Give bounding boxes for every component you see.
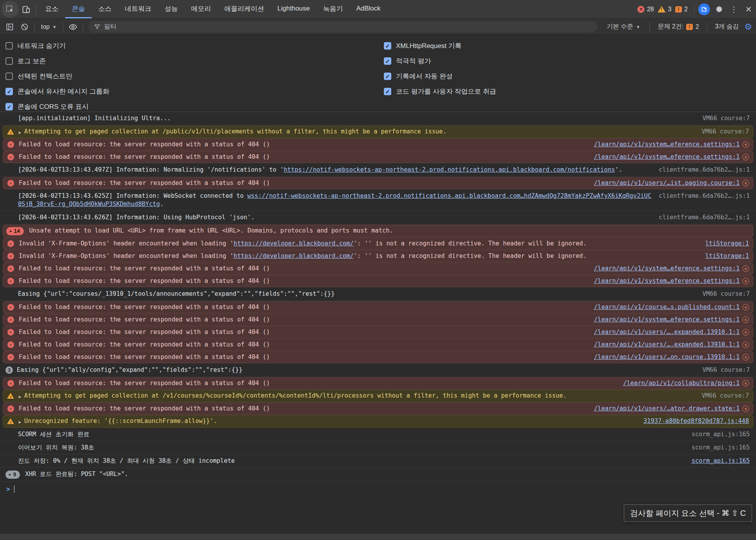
console-message: ▶Attempting to get paged collection at /…: [3, 390, 753, 402]
message-fragment: Easing {"url":"ally/config","expand":"",…: [17, 366, 243, 373]
tab-네트워크[interactable]: 네트워크: [118, 0, 158, 18]
tab-녹음기[interactable]: 녹음기: [316, 0, 350, 18]
console-error-count[interactable]: ✕ 28: [637, 6, 654, 13]
ai-assistance-button[interactable]: [697, 3, 712, 16]
source-location-link[interactable]: scorm_api.js:165: [692, 457, 750, 465]
disclosure-triangle-icon[interactable]: ▶: [19, 394, 21, 399]
message-fragment: Failed to load resource: the server resp…: [19, 380, 270, 387]
panel-tabs: 요소콘솔소스네트워크성능메모리애플리케이션Lighthouse녹음기AdBloc…: [39, 0, 387, 18]
error-icon: ✕: [7, 354, 14, 361]
console-prompt[interactable]: >: [0, 481, 756, 497]
disclosure-triangle-icon[interactable]: ▶: [19, 130, 21, 135]
source-location-link[interactable]: 31937-a80bfed8f820d787.js:448: [643, 417, 749, 425]
group-count-badge[interactable]: ▶14: [6, 227, 24, 235]
message-source: scorm_api.js:165: [692, 430, 750, 439]
checkbox-unchecked-icon[interactable]: [5, 42, 13, 50]
source-location-link[interactable]: /learn/api/v1/system…eference.settings:1: [594, 277, 740, 285]
settings-checkbox-로그 보존[interactable]: 로그 보존: [5, 53, 109, 69]
live-expression-button[interactable]: [66, 20, 80, 34]
group-count-badge[interactable]: ▶9: [5, 471, 20, 479]
source-location-link[interactable]: /learn/api/v1/system…eference.settings:1: [594, 140, 740, 149]
source-location-link[interactable]: /learn/api/v1/users/….expanded.13910.1:1: [594, 341, 740, 349]
tab-콘솔[interactable]: 콘솔: [65, 0, 92, 18]
toolbar-separator: [34, 22, 35, 32]
checkbox-unchecked-icon[interactable]: [5, 73, 13, 80]
console-message: ✕Failed to load resource: the server res…: [3, 377, 753, 389]
more-options-button[interactable]: ⋮: [726, 3, 741, 16]
disclosure-triangle-icon[interactable]: ▶: [19, 420, 21, 424]
tab-메모리[interactable]: 메모리: [185, 0, 218, 18]
source-location-link[interactable]: /learn/api/v1/users/….expanded.13910.1:1: [594, 328, 740, 336]
error-icon: ✕: [7, 278, 14, 284]
checkbox-unchecked-icon[interactable]: [5, 57, 13, 65]
tab-Lighthouse[interactable]: Lighthouse: [271, 0, 316, 18]
devtools-tabbar: 요소콘솔소스네트워크성능메모리애플리케이션Lighthouse녹음기AdBloc…: [0, 0, 756, 19]
device-toolbar-icon: [22, 5, 30, 14]
console-message: 이어보기 위치 복원: 38초scorm_api.js:165: [0, 441, 756, 455]
checkbox-checked-icon[interactable]: ✓: [5, 88, 13, 95]
source-location-link[interactable]: ltiStorage:1: [705, 252, 749, 260]
settings-checkbox-콘솔에서 유사한 메시지 그룹화[interactable]: ✓콘솔에서 유사한 메시지 그룹화: [5, 84, 109, 99]
source-location-link[interactable]: /learn/api/v1/collabultra/ping:1: [623, 379, 740, 387]
checkbox-checked-icon[interactable]: ✓: [384, 73, 391, 80]
filter-input[interactable]: 필터: [89, 21, 597, 33]
message-icon-column: ✕: [6, 252, 15, 259]
tab-성능[interactable]: 성능: [158, 0, 185, 18]
source-location-link[interactable]: /learn/api/v1/course…s.published.count:1: [594, 303, 740, 311]
checkbox-checked-icon[interactable]: ✓: [384, 88, 391, 95]
tab-소스[interactable]: 소스: [92, 0, 118, 18]
xhr-request-icon: ⇅: [742, 278, 749, 284]
console-warning-count[interactable]: 3: [658, 6, 671, 13]
source-location-link[interactable]: ltiStorage:1: [705, 240, 749, 248]
message-source: ltiStorage:1: [705, 252, 749, 260]
source-location-link[interactable]: /learn/api/v1/system…eference.settings:1: [594, 153, 740, 161]
xhr-request-icon: ⇅: [742, 316, 749, 323]
message-source: /learn/api/v1/system…eference.settings:1…: [594, 153, 749, 161]
tab-AdBlock[interactable]: AdBlock: [350, 0, 387, 18]
settings-checkbox-콘솔에 CORS 오류 표시[interactable]: ✓콘솔에 CORS 오류 표시: [5, 99, 109, 114]
console-sidebar-button[interactable]: [2, 20, 17, 34]
inspect-element-button[interactable]: [2, 1, 19, 18]
settings-checkbox-적극적 평가[interactable]: ✓적극적 평가: [384, 53, 496, 69]
source-location-link[interactable]: /learn/api/v1/system…eference.settings:1: [594, 265, 740, 273]
checkbox-checked-icon[interactable]: ✓: [384, 57, 391, 65]
settings-checkbox-XMLHttpRequest 기록[interactable]: ✓XMLHttpRequest 기록: [384, 38, 496, 53]
close-devtools-button[interactable]: ✕: [741, 3, 756, 16]
message-icon-column: [6, 417, 15, 424]
message-source: VM66 course:7: [702, 392, 749, 400]
tab-애플리케이션[interactable]: 애플리케이션: [218, 0, 271, 18]
clear-console-button[interactable]: [17, 20, 32, 34]
message-link[interactable]: https://notif-websockets-ap-northeast-2.…: [284, 166, 615, 173]
log-level-selector[interactable]: 기본 수준 ▼: [603, 23, 644, 31]
device-toolbar-button[interactable]: [19, 3, 34, 16]
source-location-link[interactable]: /learn/api/v1/users/…ist.paging.course:1: [594, 179, 740, 187]
issues-link[interactable]: 문제 2건: ! 2: [655, 23, 701, 31]
settings-checkbox-기록에서 자동 완성[interactable]: ✓기록에서 자동 완성: [384, 69, 496, 84]
message-text: Unsafe attempt to load URL <URL> from fr…: [29, 227, 749, 235]
source-location-link[interactable]: /learn/api/v1/users/…ator.drawer.state:1: [594, 405, 740, 413]
settings-checkbox-선택된 컨텍스트만[interactable]: 선택된 컨텍스트만: [5, 69, 109, 84]
issues-value: 2: [696, 23, 699, 30]
message-icon-column: [6, 392, 15, 399]
tab-요소[interactable]: 요소: [39, 0, 65, 18]
console-settings-button[interactable]: ⚙: [744, 22, 752, 32]
issues-count[interactable]: ! 2: [675, 6, 688, 13]
checkbox-checked-icon[interactable]: ✓: [5, 103, 13, 110]
message-text: [2026-04-02T13:13:43.625Z] Information: …: [18, 192, 652, 208]
xhr-request-icon: ⇅: [742, 405, 749, 412]
message-fragment: [2026-04-02T13:13:43.497Z] Information: …: [18, 166, 284, 173]
context-selector[interactable]: top ▼: [37, 23, 60, 30]
settings-checkbox-네트워크 숨기기[interactable]: 네트워크 숨기기: [5, 38, 109, 53]
funnel-icon: [94, 24, 100, 30]
message-fragment: Failed to load resource: the server resp…: [19, 153, 270, 160]
settings-button[interactable]: [712, 3, 726, 16]
message-link[interactable]: https://developer.blackboard.com/: [234, 252, 354, 259]
source-location-link[interactable]: /learn/api/v1/system…eference.settings:1: [594, 316, 740, 324]
message-link[interactable]: https://developer.blackboard.com/: [234, 240, 354, 247]
source-location-link[interactable]: /learn/api/v1/users/…on.course.13910.1:1: [594, 353, 740, 361]
group-count-value: 14: [14, 227, 20, 235]
settings-checkbox-코드 평가를 사용자 작업으로 취급[interactable]: ✓코드 평가를 사용자 작업으로 취급: [384, 84, 496, 99]
checkbox-checked-icon[interactable]: ✓: [384, 42, 391, 50]
message-fragment: Unsafe attempt to load URL <URL> from fr…: [29, 227, 393, 234]
text-cursor: [14, 485, 15, 493]
